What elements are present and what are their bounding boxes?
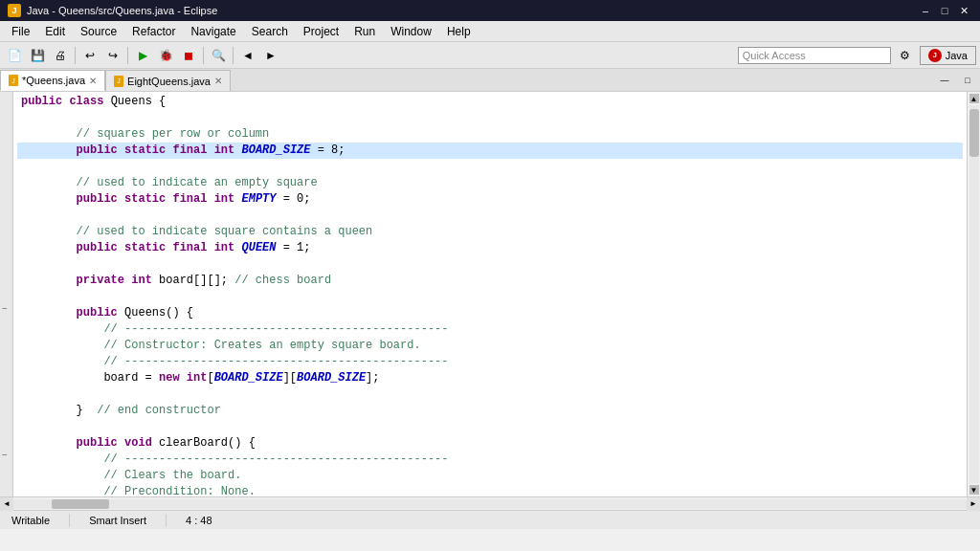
tab-bar-controls: — □	[934, 70, 980, 91]
insert-mode-status: Smart Insert	[85, 515, 150, 526]
fold-marker-constructor[interactable]: −	[2, 303, 8, 314]
separator-3	[203, 47, 204, 64]
code-line-11	[17, 256, 963, 273]
app-icon: J	[8, 4, 21, 17]
code-line-13	[17, 289, 963, 305]
print-button[interactable]: 🖨	[50, 45, 71, 66]
h-scroll-left-button[interactable]: ◄	[0, 497, 13, 511]
h-scroll-track[interactable]	[13, 499, 967, 509]
code-line-3: // squares per row or column	[17, 126, 963, 143]
menu-refactor[interactable]: Refactor	[124, 23, 183, 40]
title-bar: J Java - Queens/src/Queens.java - Eclips…	[0, 0, 980, 21]
menu-file[interactable]: File	[4, 23, 37, 40]
tab-eightqueens-java[interactable]: J EightQueens.java ✕	[105, 70, 231, 91]
h-scroll-right-button[interactable]: ►	[967, 497, 980, 511]
status-bar: Writable Smart Insert 4 : 48	[0, 510, 980, 529]
quick-access-input[interactable]: Quick Access	[738, 47, 891, 64]
stop-button[interactable]: ◼	[178, 45, 199, 66]
menu-bar: File Edit Source Refactor Navigate Searc…	[0, 21, 980, 42]
menu-window[interactable]: Window	[383, 23, 439, 40]
search-button[interactable]: 🔍	[208, 45, 229, 66]
toolbar-right: Quick Access ⚙ J Java	[738, 45, 976, 66]
tab-queens-java[interactable]: J *Queens.java ✕	[0, 70, 105, 91]
code-line-20: } // end constructor	[17, 403, 963, 419]
java-perspective-button[interactable]: J Java	[920, 46, 976, 65]
new-button[interactable]: 📄	[4, 45, 25, 66]
code-line-12: private int board[][]; // chess board	[17, 273, 963, 289]
code-line-16: // Constructor: Creates an empty square …	[17, 338, 963, 354]
code-line-8	[17, 208, 963, 224]
code-line-19	[17, 386, 963, 403]
run-button[interactable]: ▶	[132, 45, 153, 66]
redo-button[interactable]: ↪	[102, 45, 123, 66]
separator-4	[233, 47, 234, 64]
menu-navigate[interactable]: Navigate	[183, 23, 243, 40]
fold-marker-clearboard[interactable]: −	[2, 450, 8, 460]
code-line-4: public static final int BOARD_SIZE = 8;	[17, 143, 963, 159]
tab-icon-eightqueens: J	[114, 76, 123, 87]
tab-bar: J *Queens.java ✕ J EightQueens.java ✕ — …	[0, 69, 980, 92]
restore-button[interactable]: □	[936, 3, 953, 18]
code-line-17: // -------------------------------------…	[17, 354, 963, 370]
scroll-down-button[interactable]: ▼	[969, 485, 979, 495]
tab-icon-queens: J	[9, 75, 18, 86]
menu-project[interactable]: Project	[296, 23, 346, 40]
menu-search[interactable]: Search	[244, 23, 296, 40]
tab-close-queens[interactable]: ✕	[89, 76, 97, 86]
separator-1	[75, 47, 76, 64]
code-line-21	[17, 419, 963, 435]
code-line-23: // -------------------------------------…	[17, 452, 963, 468]
status-sep-2	[166, 514, 167, 527]
left-gutter: − −	[0, 92, 13, 496]
code-line-14: public Queens() {	[17, 305, 963, 321]
editor-container: J *Queens.java ✕ J EightQueens.java ✕ — …	[0, 69, 980, 510]
code-line-9: // used to indicate square contains a qu…	[17, 224, 963, 240]
code-line-10: public static final int QUEEN = 1;	[17, 240, 963, 256]
scroll-thumb[interactable]	[969, 109, 979, 157]
minimize-button[interactable]: –	[917, 3, 934, 18]
code-line-25: // Precondition: None.	[17, 484, 963, 496]
right-scrollbar[interactable]: ▲ ▼	[967, 92, 980, 496]
toolbar-settings[interactable]: ⚙	[895, 45, 916, 66]
menu-source[interactable]: Source	[73, 23, 124, 40]
code-line-1: public class Queens {	[17, 94, 963, 110]
back-button[interactable]: ◄	[237, 45, 258, 66]
maximize-editor-button[interactable]: □	[957, 70, 978, 91]
horizontal-scrollbar[interactable]: ◄ ►	[0, 496, 980, 510]
cursor-position: 4 : 48	[182, 515, 216, 526]
menu-run[interactable]: Run	[346, 23, 383, 40]
window-title: Java - Queens/src/Queens.java - Eclipse	[27, 5, 217, 16]
writable-status: Writable	[8, 515, 54, 526]
menu-edit[interactable]: Edit	[37, 23, 73, 40]
code-line-15: // -------------------------------------…	[17, 321, 963, 338]
save-button[interactable]: 💾	[27, 45, 48, 66]
tab-close-eightqueens[interactable]: ✕	[214, 76, 222, 86]
code-line-7: public static final int EMPTY = 0;	[17, 191, 963, 208]
code-line-5	[17, 159, 963, 175]
debug-button[interactable]: 🐞	[155, 45, 176, 66]
forward-button[interactable]: ►	[260, 45, 281, 66]
toolbar: 📄 💾 🖨 ↩ ↪ ▶ 🐞 ◼ 🔍 ◄ ► Quick Access ⚙ J J…	[0, 42, 980, 69]
code-line-18: board = new int[BOARD_SIZE][BOARD_SIZE];	[17, 370, 963, 386]
scroll-up-button[interactable]: ▲	[969, 94, 979, 103]
window-controls: – □ ✕	[917, 3, 972, 18]
code-line-22: public void clearBoard() {	[17, 435, 963, 452]
code-line-6: // used to indicate an empty square	[17, 175, 963, 191]
editor-wrapper: − − public class Queens { // squares per…	[0, 92, 980, 496]
menu-help[interactable]: Help	[439, 23, 479, 40]
java-icon: J	[928, 49, 942, 62]
separator-2	[127, 47, 128, 64]
h-scroll-thumb[interactable]	[52, 499, 109, 509]
undo-button[interactable]: ↩	[79, 45, 100, 66]
status-sep-1	[69, 514, 70, 527]
scroll-track[interactable]	[969, 105, 979, 483]
code-editor[interactable]: public class Queens { // squares per row…	[13, 92, 967, 496]
minimize-editor-button[interactable]: —	[934, 70, 955, 91]
code-line-24: // Clears the board.	[17, 468, 963, 484]
code-line-2	[17, 110, 963, 126]
close-button[interactable]: ✕	[955, 3, 972, 18]
